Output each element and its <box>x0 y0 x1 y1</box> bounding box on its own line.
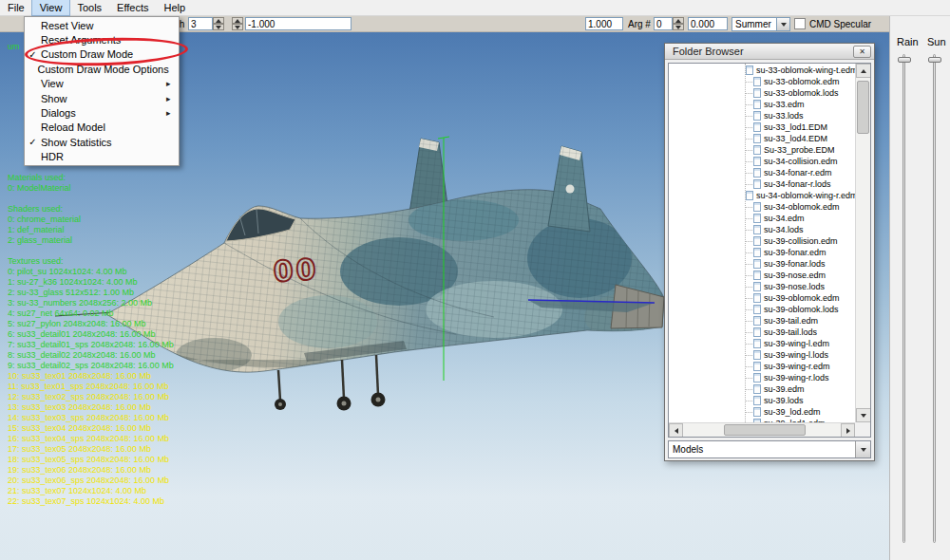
file-item[interactable]: su-34.lods <box>669 224 855 235</box>
menu-help[interactable]: Help <box>157 0 194 15</box>
season-dropdown[interactable]: Summer <box>732 17 790 31</box>
vertical-scrollbar-thumb[interactable] <box>857 81 869 134</box>
stats-line: 1: su-27_k36 1024x1024: 4.00 Mb <box>8 277 174 288</box>
menu-item-label: Dialogs <box>41 107 166 119</box>
tree-branch <box>745 287 752 288</box>
stats-line: 6: su33_detail01 2048x2048: 16.00 Mb <box>8 329 174 340</box>
file-item[interactable]: su-39-wing-r.edm <box>669 361 855 372</box>
file-item[interactable]: su-33.edm <box>669 99 855 110</box>
file-item[interactable]: su-39-nose.lods <box>669 281 855 292</box>
file-item[interactable]: su-34-collision.edm <box>669 156 855 167</box>
arg-value-field[interactable] <box>688 17 728 30</box>
menu-item-label: HDR <box>41 151 166 162</box>
file-item[interactable]: su-34.edm <box>669 213 855 224</box>
file-name: su-33-oblomok.edm <box>764 77 840 86</box>
file-item[interactable]: su-39-tail.edm <box>669 315 855 327</box>
scroll-right-button[interactable] <box>841 423 855 438</box>
tree-branch <box>745 355 752 356</box>
file-item[interactable]: Su-33_probe.EDM <box>669 144 855 156</box>
file-item[interactable]: su-39-fonar.lods <box>669 258 855 270</box>
file-item[interactable]: su-34-fonar-r.lods <box>669 178 855 190</box>
stats-line: 19: su33_tex06 2048x2048: 16.00 Mb <box>8 465 174 476</box>
menu-tools[interactable]: Tools <box>69 0 109 15</box>
sun-slider-thumb[interactable] <box>928 57 941 63</box>
menu-view[interactable]: View <box>32 0 70 15</box>
file-item[interactable]: su-34-oblomok.edm <box>669 201 855 213</box>
stats-lines: Materials used:0: ModelMaterial Shaders … <box>8 173 174 507</box>
view-menu-item-custom-draw-mode[interactable]: ✓Custom Draw Mode <box>25 47 179 62</box>
file-item[interactable]: su-39-wing-l.lods <box>669 349 855 361</box>
file-item[interactable]: su-39-fonar.edm <box>669 247 855 258</box>
submenu-arrow-icon: ▸ <box>166 108 179 118</box>
scroll-down-button[interactable] <box>856 408 871 422</box>
file-item[interactable]: su-39-tail.lods <box>669 327 855 338</box>
spin-up-button[interactable] <box>232 17 243 24</box>
spin-down-button[interactable] <box>213 24 224 30</box>
model-type-dropdown[interactable]: Models <box>668 440 871 458</box>
file-item[interactable]: su-39-wing-l.edm <box>669 338 855 349</box>
file-item[interactable]: su-33-oblomok.edm <box>669 76 855 87</box>
chevron-down-icon[interactable] <box>855 441 870 457</box>
file-icon <box>753 202 761 212</box>
file-item[interactable]: su-33_lod4.EDM <box>669 133 855 144</box>
file-item[interactable]: su-34-oblomok-wing-r.edm <box>669 190 855 201</box>
rain-slider-thumb[interactable] <box>898 57 911 63</box>
file-item[interactable]: su-33_lod1.EDM <box>669 121 855 133</box>
horizontal-scrollbar[interactable] <box>669 422 855 437</box>
file-icon <box>753 145 761 155</box>
file-item[interactable]: su-39-collision.edm <box>669 235 855 247</box>
file-item[interactable]: su-33-oblomok.lods <box>669 87 855 99</box>
spin-up-button[interactable] <box>213 17 224 24</box>
menu-effects[interactable]: Effects <box>109 0 156 15</box>
cmd-specular-label: CMD Specular <box>809 19 871 29</box>
file-item[interactable]: su-33.lods <box>669 110 855 121</box>
file-item[interactable]: su-39-nose.edm <box>669 270 855 281</box>
file-item[interactable]: su-39.edm <box>669 383 855 395</box>
scroll-left-button[interactable] <box>669 423 683 438</box>
stats-line: 17: su33_tex05 2048x2048: 16.00 Mb <box>8 444 174 455</box>
arg-number-field[interactable] <box>654 17 673 30</box>
left-value-field[interactable] <box>245 17 352 30</box>
file-name: su-33.lods <box>764 111 804 121</box>
spin-up-button[interactable] <box>673 17 684 24</box>
horizontal-scrollbar-thumb[interactable] <box>724 424 806 436</box>
file-item[interactable]: su-39-wing-r.lods <box>669 372 855 383</box>
stats-line: 12: su33_tex02_sps 2048x2048: 16.00 Mb <box>8 392 174 402</box>
chevron-down-icon[interactable] <box>776 18 789 30</box>
view-menu-item-show[interactable]: Show▸ <box>25 91 179 105</box>
spin-down-button[interactable] <box>232 24 243 30</box>
view-menu-item-custom-draw-mode-options[interactable]: Custom Draw Mode Options <box>25 62 179 76</box>
spin-down-button[interactable] <box>673 24 684 30</box>
cmd-specular-checkbox[interactable] <box>794 18 806 29</box>
file-icon <box>753 293 761 303</box>
file-icon <box>753 111 761 121</box>
rain-slider[interactable] <box>902 54 905 543</box>
close-icon[interactable]: ✕ <box>853 46 871 58</box>
right-value-field[interactable] <box>585 17 623 30</box>
stats-line: 21: su33_tex07 1024x1024: 4.00 Mb <box>8 486 174 496</box>
view-menu-item-dialogs[interactable]: Dialogs▸ <box>25 105 179 120</box>
tree-branch <box>745 104 752 105</box>
folder-browser-titlebar[interactable]: Folder Browser ✕ <box>665 44 874 60</box>
tree-branch <box>745 389 752 390</box>
view-menu: Reset ViewReset Arguments✓Custom Draw Mo… <box>24 16 180 166</box>
width-spinner-field[interactable] <box>188 17 213 30</box>
file-item[interactable]: su-39_lod.edm <box>669 406 855 418</box>
menu-file[interactable]: File <box>0 0 32 15</box>
view-menu-item-reload-model[interactable]: Reload Model <box>25 121 179 135</box>
file-item[interactable]: su-39.lods <box>669 395 855 406</box>
view-menu-item-reset-view[interactable]: Reset View <box>25 18 179 32</box>
view-menu-item-reset-arguments[interactable]: Reset Arguments <box>25 32 179 47</box>
tree-branch <box>745 366 752 367</box>
view-menu-item-view[interactable]: View▸ <box>25 77 179 91</box>
view-menu-item-hdr[interactable]: HDR <box>25 150 179 164</box>
file-item[interactable]: su-34-fonar-r.edm <box>669 167 855 178</box>
scroll-up-button[interactable] <box>856 64 871 78</box>
file-item[interactable]: su-39-oblomok.lods <box>669 304 855 315</box>
file-item[interactable]: su-39-oblomok.edm <box>669 292 855 304</box>
sun-slider[interactable] <box>933 54 936 543</box>
tree-branch <box>745 332 752 333</box>
file-item[interactable]: su-33-oblomok-wing-t.edm <box>669 65 855 76</box>
vertical-scrollbar[interactable] <box>855 64 870 422</box>
view-menu-item-show-statistics[interactable]: ✓Show Statistics <box>25 135 179 149</box>
